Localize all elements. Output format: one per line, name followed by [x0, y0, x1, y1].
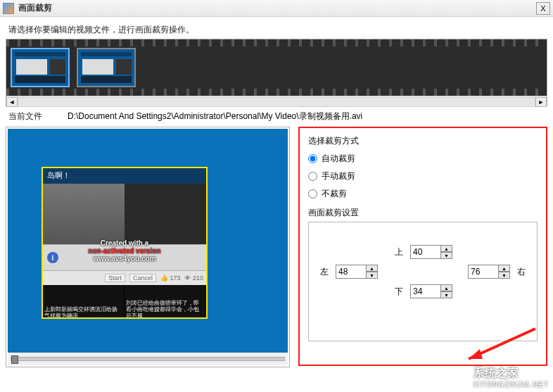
spin-down-icon[interactable]: ▼ — [499, 272, 510, 279]
chevron-left-icon: ◄ — [9, 99, 15, 106]
crop-options-panel: 选择裁剪方式 自动裁剪 手动裁剪 不裁剪 画面裁剪设置 上 — [298, 127, 547, 366]
spin-down-icon[interactable]: ▼ — [367, 272, 378, 279]
radio-no-crop-input[interactable] — [308, 189, 317, 198]
crop-bottom-input[interactable] — [410, 284, 441, 298]
radio-no-crop-label: 不裁剪 — [322, 188, 347, 200]
close-icon: X — [540, 4, 545, 13]
clip-thumbnail[interactable] — [77, 48, 136, 87]
preview-head: 岛啊！ — [43, 168, 206, 184]
window-title: 画面裁剪 — [18, 2, 536, 14]
spin-up-icon[interactable]: ▲ — [367, 265, 378, 272]
seek-thumb[interactable] — [11, 355, 18, 364]
filmstrip — [6, 39, 547, 96]
crop-bottom-label: 下 — [393, 286, 405, 298]
crop-right-label: 右 — [516, 266, 527, 278]
crop-left-label: 左 — [319, 266, 330, 278]
scroll-right-button[interactable]: ► — [535, 97, 547, 107]
crop-settings-title: 画面裁剪设置 — [308, 207, 538, 219]
crop-top-spinner[interactable]: ▲ ▼ — [410, 245, 452, 259]
video-preview[interactable]: 岛啊！ i Created with a non-activated versi… — [8, 129, 288, 353]
radio-auto-crop-label: 自动裁剪 — [322, 153, 355, 165]
crop-bottom-spinner[interactable]: ▲ ▼ — [410, 284, 452, 298]
current-file-path: D:\Document And Settings2\Administrator\… — [68, 110, 362, 122]
radio-auto-crop-input[interactable] — [308, 154, 317, 163]
crop-top-label: 上 — [393, 246, 405, 258]
crop-settings-group: 上 ▲ ▼ 左 ▲ — [308, 222, 538, 341]
spin-up-icon[interactable]: ▲ — [441, 245, 452, 252]
crop-frame[interactable]: 岛啊！ i Created with a non-activated versi… — [42, 167, 208, 319]
scroll-track[interactable] — [18, 97, 535, 107]
crop-top-row: 上 ▲ ▼ — [316, 245, 530, 259]
filmstrip-panel: ◄ ► — [6, 39, 547, 106]
clip-thumbnail[interactable] — [11, 48, 70, 87]
crop-left-input[interactable] — [336, 265, 367, 279]
radio-manual-crop-input[interactable] — [308, 172, 317, 181]
playback-seekbar[interactable] — [8, 353, 288, 365]
spin-up-icon[interactable]: ▲ — [499, 265, 510, 272]
preview-card: 刘涛已经给曲微骄带环了，即看小曲吃啥嫂都得学会，小包总不服 — [125, 285, 206, 319]
svg-marker-1 — [469, 349, 483, 359]
crop-right-spinner[interactable]: ▲ ▼ — [468, 265, 510, 279]
crop-bottom-row: 下 ▲ ▼ — [316, 284, 530, 298]
watermark-en: XITONGZHIJIA.NET — [473, 381, 549, 388]
spin-down-icon[interactable]: ▼ — [441, 252, 452, 259]
preview-start-button: Start — [105, 274, 125, 282]
preview-notice: i Created with a non-activated version w… — [43, 244, 206, 271]
preview-toolbar: Start Cancel 👍 173 👁 210 — [43, 271, 206, 285]
preview-cancel-button: Cancel — [129, 274, 156, 282]
spin-up-icon[interactable]: ▲ — [441, 284, 452, 291]
filmstrip-sprocket-top — [6, 39, 547, 46]
filmstrip-scrollbar[interactable]: ◄ ► — [6, 96, 547, 107]
crop-mode-title: 选择裁剪方式 — [308, 135, 538, 147]
radio-manual-crop[interactable]: 手动裁剪 — [308, 170, 538, 182]
preview-panel: 岛啊！ i Created with a non-activated versi… — [6, 127, 290, 367]
current-file-row: 当前文件 D:\Document And Settings2\Administr… — [8, 110, 545, 122]
chevron-right-icon: ► — [538, 99, 545, 106]
radio-no-crop[interactable]: 不裁剪 — [308, 188, 538, 200]
svg-rect-3 — [450, 372, 459, 378]
close-button[interactable]: X — [536, 2, 550, 15]
app-icon — [3, 3, 14, 14]
filmstrip-sprocket-bottom — [6, 89, 547, 96]
instruction-text: 请选择你要编辑的视频文件，进行画面裁剪操作。 — [8, 24, 547, 36]
titlebar: 画面裁剪 X — [0, 0, 553, 17]
radio-manual-crop-label: 手动裁剪 — [322, 170, 355, 182]
spin-down-icon[interactable]: ▼ — [441, 291, 452, 298]
crop-left-spinner[interactable]: ▲ ▼ — [336, 265, 378, 279]
current-file-label: 当前文件 — [8, 110, 51, 122]
radio-auto-crop[interactable]: 自动裁剪 — [308, 153, 538, 165]
crop-top-input[interactable] — [410, 245, 441, 259]
crop-right-input[interactable] — [468, 265, 499, 279]
scroll-left-button[interactable]: ◄ — [6, 97, 18, 107]
preview-card: 上新郎新娘喝交杯酒流泪给扬气候极为确凉 — [43, 285, 125, 319]
